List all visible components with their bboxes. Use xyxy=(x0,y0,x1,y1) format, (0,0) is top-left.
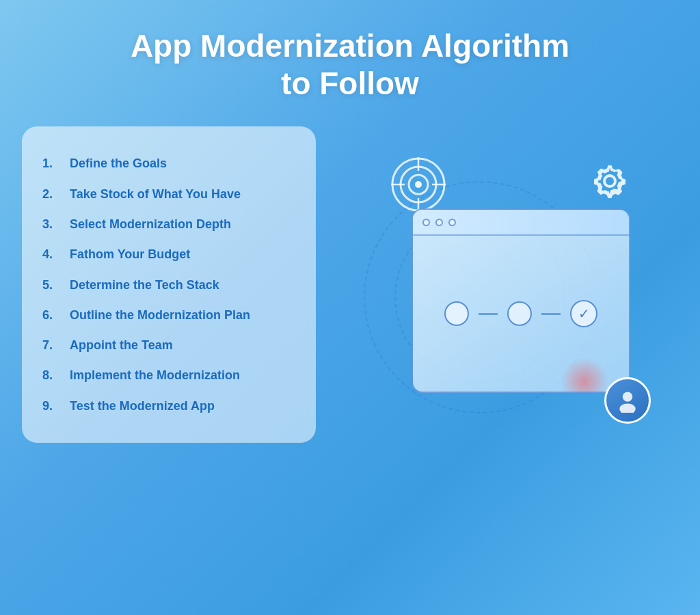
page-title: App Modernization Algorithm to Follow xyxy=(131,27,569,102)
item-text: Outline the Modernization Plan xyxy=(70,307,250,323)
list-item-8: 8.Implement the Modernization xyxy=(42,360,295,390)
illustration: ✓ xyxy=(336,126,678,454)
item-text: Select Modernization Depth xyxy=(70,216,231,232)
wf-circle-1 xyxy=(444,301,469,326)
wf-line-2 xyxy=(541,313,561,315)
item-num: 8. xyxy=(42,367,63,383)
title-line1: App Modernization Algorithm xyxy=(131,28,569,64)
item-text: Fathom Your Budget xyxy=(70,246,190,262)
item-num: 5. xyxy=(42,277,63,293)
item-num: 6. xyxy=(42,307,63,323)
browser-dot-3 xyxy=(448,219,456,226)
item-num: 3. xyxy=(42,216,63,232)
steps-list: 1.Define the Goals2.Take Stock of What Y… xyxy=(42,148,295,421)
browser-dot-1 xyxy=(422,219,430,226)
item-text: Determine the Tech Stack xyxy=(70,277,219,293)
list-item-9: 9.Test the Modernized App xyxy=(42,391,295,421)
list-item-6: 6.Outline the Modernization Plan xyxy=(42,300,295,330)
red-glow xyxy=(561,357,608,393)
browser-window: ✓ xyxy=(412,208,630,393)
item-text: Define the Goals xyxy=(70,155,167,172)
item-num: 7. xyxy=(42,337,63,353)
workflow-row: ✓ xyxy=(444,300,597,327)
item-num: 4. xyxy=(42,246,63,262)
list-item-7: 7.Appoint the Team xyxy=(42,330,295,360)
item-text: Test the Modernized App xyxy=(70,398,215,414)
list-item-5: 5.Determine the Tech Stack xyxy=(42,270,295,300)
item-text: Appoint the Team xyxy=(70,337,173,353)
item-num: 9. xyxy=(42,398,63,414)
wf-checkmark: ✓ xyxy=(570,300,597,327)
list-item-4: 4.Fathom Your Budget xyxy=(42,239,295,269)
item-text: Take Stock of What You Have xyxy=(70,186,241,202)
browser-topbar xyxy=(413,210,629,236)
item-num: 2. xyxy=(42,186,63,202)
illus-wrap: ✓ xyxy=(377,147,637,434)
wf-line-1 xyxy=(479,313,498,315)
list-item-3: 3.Select Modernization Depth xyxy=(42,209,295,239)
svg-point-3 xyxy=(415,181,422,188)
wf-circle-2 xyxy=(507,301,532,326)
target-icon xyxy=(391,157,446,212)
list-card: 1.Define the Goals2.Take Stock of What Y… xyxy=(22,126,316,443)
title-line2: to Follow xyxy=(281,66,419,101)
browser-body: ✓ xyxy=(413,236,629,392)
content-row: 1.Define the Goals2.Take Stock of What Y… xyxy=(22,126,678,454)
list-item-2: 2.Take Stock of What You Have xyxy=(42,179,295,209)
svg-point-9 xyxy=(619,404,635,413)
item-text: Implement the Modernization xyxy=(70,367,240,383)
svg-point-8 xyxy=(623,392,632,402)
list-item-1: 1.Define the Goals xyxy=(42,148,295,178)
item-num: 1. xyxy=(42,155,63,172)
user-avatar xyxy=(604,377,651,424)
gear-icon xyxy=(589,161,630,210)
browser-dot-2 xyxy=(435,219,443,226)
